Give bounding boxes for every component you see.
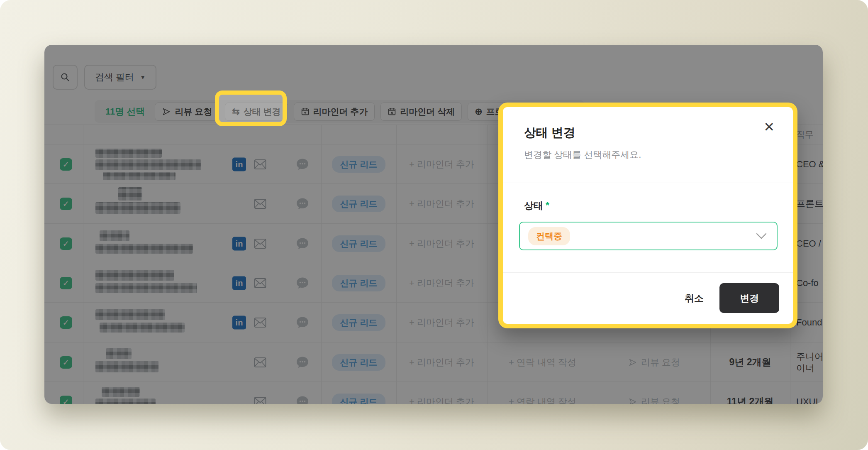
chevron-down-icon [756, 233, 767, 240]
required-asterisk: * [546, 200, 549, 211]
cancel-button[interactable]: 취소 [685, 292, 704, 305]
modal-subtitle: 변경할 상태를 선택해주세요. [524, 149, 641, 161]
close-icon[interactable]: ✕ [763, 120, 775, 134]
status-field-label: 상태* [524, 199, 549, 212]
modal-title: 상태 변경 [524, 125, 575, 141]
selected-status-pill: 컨택중 [528, 227, 570, 245]
status-change-highlight-ring [215, 90, 287, 126]
modal-header-divider [503, 183, 793, 183]
submit-button[interactable]: 변경 [719, 283, 779, 313]
modal-footer: 취소 변경 [503, 272, 793, 324]
status-change-modal: 상태 변경 ✕ 변경할 상태를 선택해주세요. 상태* 컨택중 취소 변경 [498, 103, 797, 328]
status-select[interactable]: 컨택중 [519, 222, 778, 250]
screenshot-stage: 검색 필터 ▼ 11명 선택 리뷰 요청 ⇆ 상태 변경 [0, 0, 868, 450]
